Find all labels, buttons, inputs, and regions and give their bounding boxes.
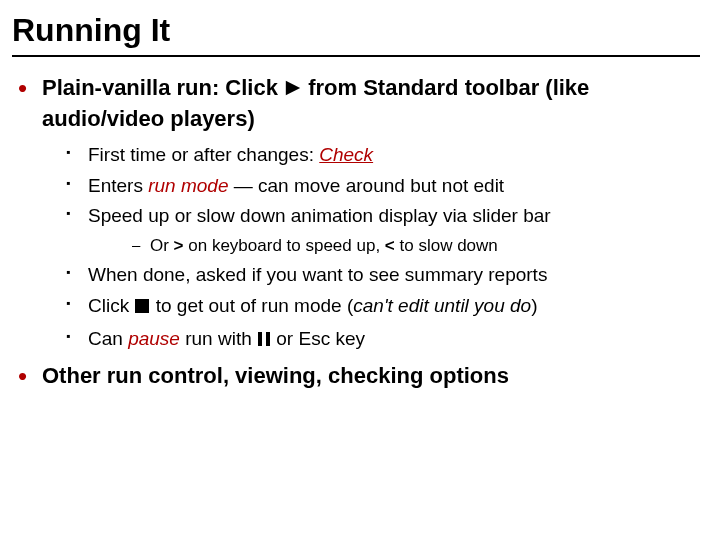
stop-icon	[134, 296, 150, 321]
sub-5-post-post: )	[531, 295, 537, 316]
subsub-1-key2: <	[385, 236, 395, 255]
sub-2: Enters run mode — can move around but no…	[42, 174, 700, 199]
slide: Running It Plain-vanilla run: Click from…	[0, 0, 720, 390]
bullet-1-headline: Plain-vanilla run: Click from Standard t…	[42, 75, 589, 131]
sub-4: When done, asked if you want to see summ…	[42, 263, 700, 288]
sub-6-post-pre: run with	[180, 328, 257, 349]
svg-rect-2	[258, 332, 262, 346]
bullet-1-text-pre: Plain-vanilla run: Click	[42, 75, 284, 100]
subsub-1-post: to slow down	[395, 236, 498, 255]
bullet-list: Plain-vanilla run: Click from Standard t…	[12, 73, 700, 390]
sub-1-pre: First time or after changes:	[88, 144, 319, 165]
sub-3: Speed up or slow down animation display …	[42, 204, 700, 257]
sub-2-post: — can move around but not edit	[228, 175, 504, 196]
sub-2-em: run mode	[148, 175, 228, 196]
sub-6-pre: Can	[88, 328, 128, 349]
subsub-1-mid: on keyboard to speed up,	[184, 236, 385, 255]
sub-5-post-pre: to get out of run mode (	[150, 295, 353, 316]
sub-6-em: pause	[128, 328, 180, 349]
slide-title: Running It	[12, 12, 700, 49]
bullet-1: Plain-vanilla run: Click from Standard t…	[12, 73, 700, 353]
play-icon	[284, 75, 302, 104]
sub-5-em: can't edit until you do	[353, 295, 531, 316]
title-rule	[12, 55, 700, 57]
bullet-2-headline: Other run control, viewing, checking opt…	[42, 363, 509, 388]
sub-1-em: Check	[319, 144, 373, 165]
sub-5-pre: Click	[88, 295, 134, 316]
sub-3-text: Speed up or slow down animation display …	[88, 205, 551, 226]
sub-4-text: When done, asked if you want to see summ…	[88, 264, 547, 285]
subsub-1-key1: >	[174, 236, 184, 255]
subsub-list: Or > on keyboard to speed up, < to slow …	[88, 235, 700, 257]
svg-marker-0	[286, 81, 300, 95]
sub-6: Can pause run with or Esc key	[42, 327, 700, 354]
subsub-1-pre: Or	[150, 236, 174, 255]
bullet-2: Other run control, viewing, checking opt…	[12, 361, 700, 390]
pause-icon	[257, 329, 271, 354]
svg-rect-1	[135, 299, 149, 313]
subsub-1: Or > on keyboard to speed up, < to slow …	[88, 235, 700, 257]
sub-2-pre: Enters	[88, 175, 148, 196]
sub-1: First time or after changes: Check	[42, 143, 700, 168]
svg-rect-3	[266, 332, 270, 346]
sub-6-post-post: or Esc key	[271, 328, 365, 349]
sub-list-1: First time or after changes: Check Enter…	[42, 143, 700, 353]
sub-5: Click to get out of run mode (can't edit…	[42, 294, 700, 321]
